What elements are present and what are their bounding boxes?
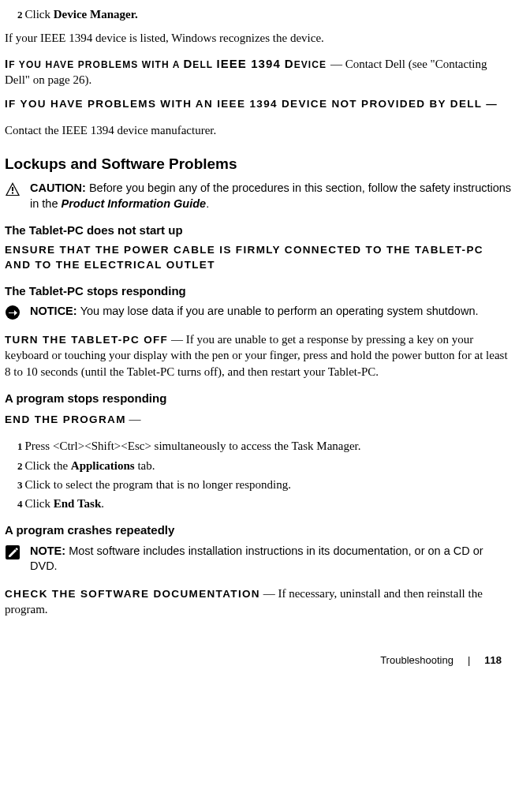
turn-off-block: TURN THE TABLET-PC OFF — If you are unab… bbox=[5, 331, 513, 380]
step-item: 4Click End Task. bbox=[17, 496, 513, 511]
svg-rect-3 bbox=[12, 193, 13, 194]
heading-program-stops: A program stops responding bbox=[5, 391, 513, 406]
note-body: Most software includes installation inst… bbox=[30, 544, 483, 573]
caution-body-post: . bbox=[206, 197, 209, 210]
heading-stops-responding: The Tablet-PC stops responding bbox=[5, 283, 513, 299]
caution-triangle-icon bbox=[5, 181, 21, 197]
svg-rect-2 bbox=[12, 187, 13, 191]
body-paragraph: Contact the IEEE 1394 device manufacture… bbox=[5, 122, 513, 138]
step-number: 2 bbox=[17, 460, 23, 472]
caution-label: CAUTION: bbox=[30, 181, 89, 194]
notice-text: NOTICE: You may lose data if you are una… bbox=[30, 304, 479, 320]
note-label: NOTE: bbox=[30, 544, 69, 557]
notice-body: You may lose data if you are unable to p… bbox=[80, 305, 479, 317]
callout-heading-notdell: IF YOU HAVE PROBLEMS WITH AN IEEE 1394 D… bbox=[5, 97, 513, 111]
end-program-heading: END THE PROGRAM bbox=[5, 413, 126, 425]
notice-callout: NOTICE: You may lose data if you are una… bbox=[5, 304, 513, 320]
step-text-post: tab. bbox=[135, 459, 155, 472]
page-footer: Troubleshooting | 118 bbox=[0, 627, 530, 675]
notice-label: NOTICE: bbox=[30, 305, 80, 317]
turn-off-heading: TURN THE TABLET-PC OFF bbox=[5, 334, 168, 346]
heading-nostart: The Tablet-PC does not start up bbox=[5, 223, 513, 238]
end-program-heading-line: END THE PROGRAM — bbox=[5, 411, 513, 427]
caution-text: CAUTION: Before you begin any of the pro… bbox=[30, 181, 513, 211]
step-text: Click to select the program that is no l… bbox=[25, 478, 291, 491]
note-callout: NOTE: Most software includes installatio… bbox=[5, 544, 513, 574]
step-text-post: . bbox=[101, 497, 104, 510]
step-text-bold: End Task bbox=[54, 497, 101, 510]
step-text-prefix: Click bbox=[25, 8, 54, 21]
step-item: 3Click to select the program that is no … bbox=[17, 477, 513, 492]
end-program-dash: — bbox=[126, 413, 141, 425]
step-item: 2Click Device Manager. bbox=[17, 6, 513, 22]
heading-crashes: A program crashes repeatedly bbox=[5, 522, 513, 538]
caution-body-title: Product Information Guide bbox=[62, 197, 207, 210]
step-text-bold: Applications bbox=[71, 459, 135, 472]
note-text: NOTE: Most software includes installatio… bbox=[30, 544, 513, 574]
caution-callout: CAUTION: Before you begin any of the pro… bbox=[5, 181, 513, 211]
end-program-steps: 1Press <Ctrl><Shift><Esc> simultaneously… bbox=[17, 438, 513, 511]
note-pencil-icon bbox=[5, 544, 21, 560]
step-item: 2Click the Applications tab. bbox=[17, 458, 513, 473]
page-content: 2Click Device Manager. If your IEEE 1394… bbox=[0, 0, 530, 617]
check-doc-block: CHECK THE SOFTWARE DOCUMENTATION — If ne… bbox=[5, 586, 513, 618]
step-number: 4 bbox=[17, 498, 23, 510]
check-doc-heading: CHECK THE SOFTWARE DOCUMENTATION bbox=[5, 588, 260, 600]
footer-page-number: 118 bbox=[484, 653, 502, 668]
callout-heading-dell-device: IF YOU HAVE PROBLEMS WITH A DELL IEEE 13… bbox=[5, 56, 513, 88]
step-text-bold: Device Manager. bbox=[54, 8, 138, 21]
ensure-heading: ENSURE THAT THE POWER CABLE IS FIRMLY CO… bbox=[5, 243, 513, 271]
body-paragraph: If your IEEE 1394 device is listed, Wind… bbox=[5, 30, 513, 46]
heading-lockups: Lockups and Software Problems bbox=[5, 154, 513, 174]
step-text-prefix: Click bbox=[25, 497, 54, 510]
step-number: 1 bbox=[17, 440, 23, 452]
step-text-prefix: Click the bbox=[25, 459, 71, 472]
notice-circle-arrow-icon bbox=[5, 305, 21, 320]
footer-separator-icon: | bbox=[468, 653, 470, 668]
footer-section-title: Troubleshooting bbox=[380, 653, 453, 668]
step-item: 1Press <Ctrl><Shift><Esc> simultaneously… bbox=[17, 438, 513, 454]
step-number: 2 bbox=[17, 9, 23, 21]
step-number: 3 bbox=[17, 479, 23, 491]
step-text: Press <Ctrl><Shift><Esc> simultaneously … bbox=[25, 440, 361, 452]
small-caps-run: IF YOU HAVE PROBLEMS WITH A DELL IEEE 13… bbox=[5, 58, 330, 70]
